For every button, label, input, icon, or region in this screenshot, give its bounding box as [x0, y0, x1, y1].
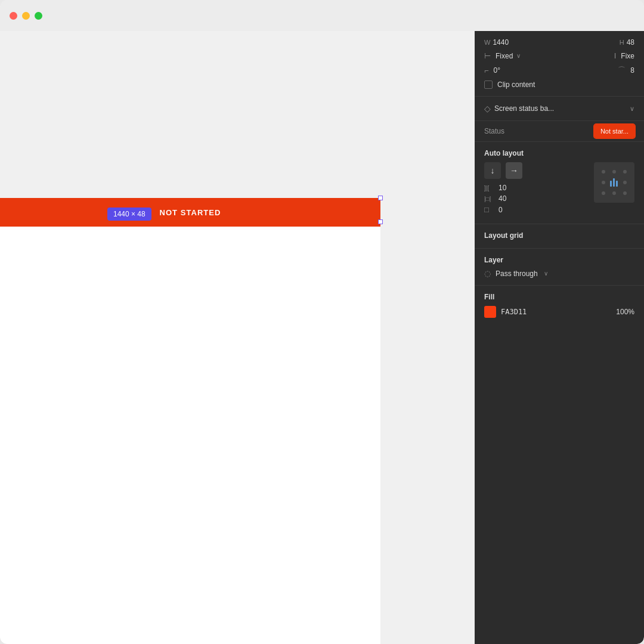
clip-content-label: Clip content	[497, 80, 535, 89]
width-value: 1440	[493, 38, 509, 47]
angle-field[interactable]: ⌐ 0°	[484, 66, 500, 75]
clip-content-row[interactable]: Clip content	[484, 80, 634, 89]
auto-layout-section: ↓ → ]|[ 10 |□| 40 □ 0	[475, 162, 644, 224]
v-constraint[interactable]: I Fixe	[614, 51, 634, 60]
layer-row[interactable]: ◌ Pass through ∨	[484, 269, 634, 278]
close-button[interactable]	[10, 12, 17, 20]
alignment-grid[interactable]	[594, 162, 634, 203]
angle-radius-row: ⌐ 0° ⌒ 8	[484, 65, 634, 76]
radius-field[interactable]: ⌒ 8	[618, 65, 634, 76]
height-field[interactable]: H 48	[620, 38, 634, 47]
status-row: Status Not star...	[475, 121, 644, 142]
v-constraint-value: Fixe	[621, 52, 634, 60]
selection-handle-br[interactable]	[378, 219, 383, 224]
right-panel: W 1440 H 48 ⊢ Fixed ∨	[475, 31, 644, 644]
align-dot-tm	[612, 170, 616, 174]
constraints-row: ⊢ Fixed ∨ I Fixe	[484, 51, 634, 60]
dimension-tooltip: 1440 × 48	[107, 208, 151, 221]
fill-color-swatch[interactable]	[484, 306, 496, 318]
layer-blend-mode[interactable]: Pass through	[496, 270, 538, 278]
height-value: 48	[627, 38, 634, 47]
gap-icon: ]|[	[484, 185, 494, 191]
fill-hex-value[interactable]: FA3D11	[501, 308, 527, 316]
padding-v-value[interactable]: 40	[499, 194, 506, 203]
padding-v-row: |□| 40	[484, 194, 522, 203]
fill-row[interactable]: FA3D11 100%	[484, 306, 634, 318]
component-name: Screen status ba...	[494, 104, 554, 113]
align-dot-tr	[623, 170, 627, 174]
padding-h-row: □ 0	[484, 205, 522, 214]
gap-row: ]|[ 10	[484, 184, 522, 192]
main-layout: e/Desktop/1440/Flo NOT STARTED 1440 × 48…	[0, 31, 644, 644]
canvas-content[interactable]	[0, 227, 380, 644]
dimensions-section: W 1440 H 48 ⊢ Fixed ∨	[475, 31, 644, 97]
auto-layout-heading: Auto layout	[475, 142, 644, 162]
fill-heading: Fill	[475, 286, 644, 306]
width-field[interactable]: W 1440	[484, 38, 509, 47]
traffic-lights	[10, 12, 42, 20]
canvas-area[interactable]: e/Desktop/1440/Flo NOT STARTED 1440 × 48	[0, 31, 475, 644]
align-dot-bm	[612, 191, 616, 195]
width-label: W	[484, 39, 490, 46]
align-dot-br	[623, 191, 627, 195]
direction-right-button[interactable]: →	[506, 162, 522, 179]
align-dot-tl	[602, 170, 605, 174]
layer-blend-icon: ◌	[484, 269, 491, 278]
component-header[interactable]: ◇ Screen status ba... ∨	[475, 97, 644, 121]
padding-h-icon: □	[484, 205, 494, 214]
layout-grid-heading: Layout grid	[475, 224, 644, 249]
fill-section: FA3D11 100%	[475, 306, 644, 325]
h-constraint-value: Fixed	[496, 52, 513, 60]
radius-value: 8	[630, 66, 634, 75]
app-window: e/Desktop/1440/Flo NOT STARTED 1440 × 48…	[0, 0, 644, 644]
titlebar	[0, 0, 644, 31]
clip-content-checkbox[interactable]	[484, 80, 493, 89]
layer-heading: Layer	[475, 249, 644, 269]
minimize-button[interactable]	[22, 12, 30, 20]
component-name-row: ◇ Screen status ba...	[484, 104, 554, 113]
component-expand-icon[interactable]: ∨	[630, 105, 634, 113]
gap-value[interactable]: 10	[499, 184, 506, 192]
status-value-container[interactable]: Not star...	[595, 127, 634, 135]
direction-down-button[interactable]: ↓	[484, 162, 501, 179]
maximize-button[interactable]	[35, 12, 42, 20]
layer-section: ◌ Pass through ∨	[475, 269, 644, 286]
h-constraint[interactable]: ⊢ Fixed ∨	[484, 51, 521, 60]
layer-blend-arrow[interactable]: ∨	[544, 270, 548, 277]
align-grid-container	[594, 162, 634, 203]
align-dot-mr	[623, 181, 627, 184]
height-label: H	[620, 39, 624, 46]
status-bar-label: NOT STARTED	[160, 208, 221, 217]
fill-opacity-value[interactable]: 100%	[616, 308, 634, 316]
angle-value: 0°	[494, 66, 500, 75]
component-icon: ◇	[484, 104, 491, 113]
selection-handle-tr[interactable]	[378, 196, 383, 200]
padding-h-value[interactable]: 0	[499, 206, 503, 214]
direction-controls: ↓ →	[484, 162, 522, 179]
status-label: Status	[484, 127, 504, 135]
align-bars	[610, 178, 618, 187]
wh-row: W 1440 H 48	[484, 38, 634, 47]
align-dot-bl	[602, 191, 605, 195]
align-dot-ml	[602, 181, 605, 184]
status-bar-component[interactable]: NOT STARTED	[0, 198, 380, 227]
padding-v-icon: |□|	[484, 196, 494, 202]
status-value[interactable]: Not star...	[595, 125, 634, 138]
